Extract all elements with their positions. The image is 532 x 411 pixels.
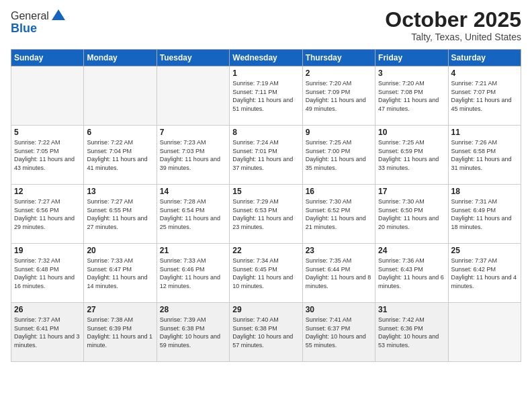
calendar-cell: 30Sunrise: 7:41 AM Sunset: 6:37 PM Dayli… bbox=[302, 303, 375, 362]
calendar-week-row: 26Sunrise: 7:37 AM Sunset: 6:41 PM Dayli… bbox=[11, 303, 521, 362]
calendar-cell: 29Sunrise: 7:40 AM Sunset: 6:38 PM Dayli… bbox=[230, 303, 302, 362]
day-info: Sunrise: 7:40 AM Sunset: 6:38 PM Dayligh… bbox=[232, 316, 299, 349]
calendar-cell: 27Sunrise: 7:38 AM Sunset: 6:39 PM Dayli… bbox=[84, 303, 157, 362]
svg-marker-0 bbox=[52, 9, 65, 20]
day-info: Sunrise: 7:39 AM Sunset: 6:38 PM Dayligh… bbox=[160, 316, 226, 349]
logo-icon bbox=[50, 8, 66, 24]
day-info: Sunrise: 7:30 AM Sunset: 6:52 PM Dayligh… bbox=[306, 197, 372, 231]
calendar-header-friday: Friday bbox=[375, 50, 448, 66]
day-number: 16 bbox=[306, 187, 372, 196]
day-number: 29 bbox=[232, 305, 299, 314]
calendar-cell: 8Sunrise: 7:24 AM Sunset: 7:01 PM Daylig… bbox=[230, 126, 302, 185]
calendar-header-saturday: Saturday bbox=[448, 50, 521, 66]
calendar-cell bbox=[11, 66, 84, 126]
day-number: 10 bbox=[378, 128, 445, 137]
day-info: Sunrise: 7:38 AM Sunset: 6:39 PM Dayligh… bbox=[87, 316, 153, 349]
calendar-cell: 10Sunrise: 7:25 AM Sunset: 6:59 PM Dayli… bbox=[375, 126, 448, 185]
calendar-cell: 15Sunrise: 7:29 AM Sunset: 6:53 PM Dayli… bbox=[230, 185, 302, 244]
calendar-header-wednesday: Wednesday bbox=[230, 50, 302, 66]
calendar-cell: 18Sunrise: 7:31 AM Sunset: 6:49 PM Dayli… bbox=[448, 185, 521, 244]
day-number: 27 bbox=[87, 305, 153, 314]
calendar-header-monday: Monday bbox=[84, 50, 157, 66]
calendar-cell: 20Sunrise: 7:33 AM Sunset: 6:47 PM Dayli… bbox=[84, 244, 157, 303]
day-number: 8 bbox=[232, 128, 299, 137]
header: General Blue October 2025 Talty, Texas, … bbox=[11, 8, 521, 42]
logo: General Blue bbox=[11, 8, 66, 36]
day-info: Sunrise: 7:37 AM Sunset: 6:42 PM Dayligh… bbox=[451, 257, 518, 290]
day-info: Sunrise: 7:34 AM Sunset: 6:45 PM Dayligh… bbox=[232, 257, 299, 290]
calendar-cell: 11Sunrise: 7:26 AM Sunset: 6:58 PM Dayli… bbox=[448, 126, 521, 185]
day-info: Sunrise: 7:25 AM Sunset: 6:59 PM Dayligh… bbox=[378, 138, 445, 172]
day-number: 9 bbox=[306, 128, 372, 137]
day-number: 12 bbox=[14, 187, 81, 196]
day-number: 22 bbox=[232, 246, 299, 255]
day-info: Sunrise: 7:27 AM Sunset: 6:56 PM Dayligh… bbox=[14, 197, 81, 231]
calendar-cell: 2Sunrise: 7:20 AM Sunset: 7:09 PM Daylig… bbox=[302, 66, 375, 126]
calendar-header-sunday: Sunday bbox=[11, 50, 84, 66]
calendar-cell bbox=[84, 66, 157, 126]
page-container: General Blue October 2025 Talty, Texas, … bbox=[0, 0, 532, 367]
day-info: Sunrise: 7:29 AM Sunset: 6:53 PM Dayligh… bbox=[232, 197, 299, 231]
day-number: 5 bbox=[14, 128, 81, 137]
calendar-cell: 25Sunrise: 7:37 AM Sunset: 6:42 PM Dayli… bbox=[448, 244, 521, 303]
day-info: Sunrise: 7:22 AM Sunset: 7:05 PM Dayligh… bbox=[14, 138, 81, 172]
day-info: Sunrise: 7:20 AM Sunset: 7:09 PM Dayligh… bbox=[306, 79, 372, 113]
title-block: October 2025 Talty, Texas, United States bbox=[385, 8, 521, 42]
month-title: October 2025 bbox=[385, 8, 521, 32]
calendar-cell: 22Sunrise: 7:34 AM Sunset: 6:45 PM Dayli… bbox=[230, 244, 302, 303]
day-number: 20 bbox=[87, 246, 153, 255]
day-number: 3 bbox=[378, 68, 445, 78]
day-number: 28 bbox=[160, 305, 226, 314]
day-info: Sunrise: 7:30 AM Sunset: 6:50 PM Dayligh… bbox=[378, 197, 445, 231]
day-number: 6 bbox=[87, 128, 153, 137]
day-info: Sunrise: 7:37 AM Sunset: 6:41 PM Dayligh… bbox=[14, 316, 81, 349]
calendar-week-row: 5Sunrise: 7:22 AM Sunset: 7:05 PM Daylig… bbox=[11, 126, 521, 185]
day-number: 4 bbox=[451, 68, 518, 78]
day-number: 23 bbox=[306, 246, 372, 255]
day-info: Sunrise: 7:35 AM Sunset: 6:44 PM Dayligh… bbox=[306, 257, 372, 290]
day-info: Sunrise: 7:27 AM Sunset: 6:55 PM Dayligh… bbox=[87, 197, 153, 231]
calendar-cell: 5Sunrise: 7:22 AM Sunset: 7:05 PM Daylig… bbox=[11, 126, 84, 185]
day-info: Sunrise: 7:28 AM Sunset: 6:54 PM Dayligh… bbox=[160, 197, 226, 231]
day-info: Sunrise: 7:31 AM Sunset: 6:49 PM Dayligh… bbox=[451, 197, 518, 231]
day-number: 13 bbox=[87, 187, 153, 196]
calendar-cell: 19Sunrise: 7:32 AM Sunset: 6:48 PM Dayli… bbox=[11, 244, 84, 303]
day-number: 11 bbox=[451, 128, 518, 137]
calendar-cell: 31Sunrise: 7:42 AM Sunset: 6:36 PM Dayli… bbox=[375, 303, 448, 362]
day-number: 30 bbox=[306, 305, 372, 314]
day-info: Sunrise: 7:36 AM Sunset: 6:43 PM Dayligh… bbox=[378, 257, 445, 290]
calendar-header-thursday: Thursday bbox=[302, 50, 375, 66]
day-info: Sunrise: 7:19 AM Sunset: 7:11 PM Dayligh… bbox=[232, 79, 299, 113]
calendar-week-row: 19Sunrise: 7:32 AM Sunset: 6:48 PM Dayli… bbox=[11, 244, 521, 303]
day-info: Sunrise: 7:25 AM Sunset: 7:00 PM Dayligh… bbox=[306, 138, 372, 172]
day-number: 2 bbox=[306, 68, 372, 78]
calendar-cell: 4Sunrise: 7:21 AM Sunset: 7:07 PM Daylig… bbox=[448, 66, 521, 126]
day-number: 14 bbox=[160, 187, 226, 196]
calendar-cell bbox=[157, 66, 229, 126]
calendar-cell: 7Sunrise: 7:23 AM Sunset: 7:03 PM Daylig… bbox=[157, 126, 229, 185]
day-info: Sunrise: 7:23 AM Sunset: 7:03 PM Dayligh… bbox=[160, 138, 226, 172]
calendar-cell: 14Sunrise: 7:28 AM Sunset: 6:54 PM Dayli… bbox=[157, 185, 229, 244]
day-info: Sunrise: 7:33 AM Sunset: 6:46 PM Dayligh… bbox=[160, 257, 226, 290]
calendar-cell: 9Sunrise: 7:25 AM Sunset: 7:00 PM Daylig… bbox=[302, 126, 375, 185]
calendar-cell: 13Sunrise: 7:27 AM Sunset: 6:55 PM Dayli… bbox=[84, 185, 157, 244]
location: Talty, Texas, United States bbox=[385, 32, 521, 42]
day-info: Sunrise: 7:26 AM Sunset: 6:58 PM Dayligh… bbox=[451, 138, 518, 172]
day-number: 24 bbox=[378, 246, 445, 255]
day-number: 19 bbox=[14, 246, 81, 255]
day-number: 26 bbox=[14, 305, 81, 314]
day-number: 17 bbox=[378, 187, 445, 196]
calendar-cell: 1Sunrise: 7:19 AM Sunset: 7:11 PM Daylig… bbox=[230, 66, 302, 126]
day-number: 7 bbox=[160, 128, 226, 137]
calendar-cell: 26Sunrise: 7:37 AM Sunset: 6:41 PM Dayli… bbox=[11, 303, 84, 362]
day-number: 31 bbox=[378, 305, 445, 314]
calendar-cell: 17Sunrise: 7:30 AM Sunset: 6:50 PM Dayli… bbox=[375, 185, 448, 244]
day-info: Sunrise: 7:33 AM Sunset: 6:47 PM Dayligh… bbox=[87, 257, 153, 290]
calendar-cell bbox=[448, 303, 521, 362]
calendar-cell: 3Sunrise: 7:20 AM Sunset: 7:08 PM Daylig… bbox=[375, 66, 448, 126]
day-info: Sunrise: 7:32 AM Sunset: 6:48 PM Dayligh… bbox=[14, 257, 81, 290]
day-number: 15 bbox=[232, 187, 299, 196]
day-info: Sunrise: 7:24 AM Sunset: 7:01 PM Dayligh… bbox=[232, 138, 299, 172]
calendar-cell: 16Sunrise: 7:30 AM Sunset: 6:52 PM Dayli… bbox=[302, 185, 375, 244]
calendar-cell: 6Sunrise: 7:22 AM Sunset: 7:04 PM Daylig… bbox=[84, 126, 157, 185]
